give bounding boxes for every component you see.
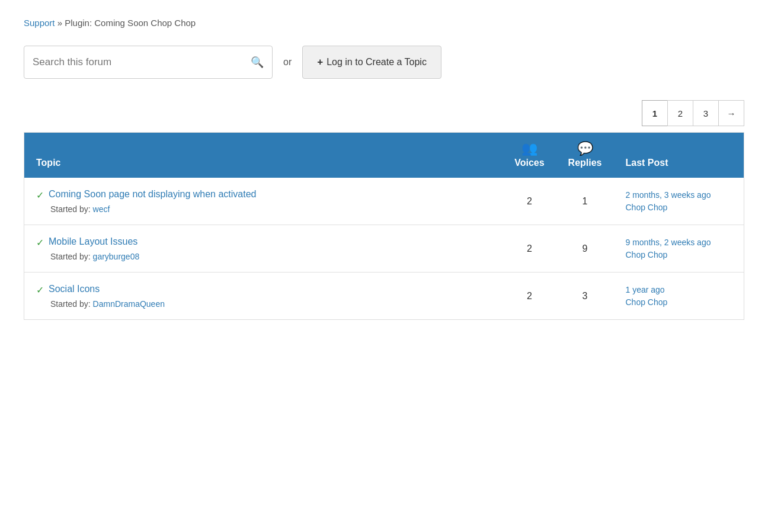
replies-label: Replies: [568, 158, 602, 168]
lastpost-time-1: 9 months, 2 weeks ago: [626, 238, 732, 247]
breadcrumb-current: Plugin: Coming Soon Chop Chop: [65, 18, 196, 28]
search-area: 🔍 or + Log in to Create a Topic: [24, 46, 744, 79]
topic-link-2[interactable]: Social Icons: [49, 283, 100, 296]
resolved-icon-2: ✓: [36, 284, 44, 296]
replies-cell-1: 9: [556, 225, 614, 273]
resolved-icon-0: ✓: [36, 190, 44, 201]
lastpost-cell-0: 2 months, 3 weeks ago Chop Chop: [614, 178, 744, 225]
resolved-icon-1: ✓: [36, 237, 44, 248]
table-row: ✓ Social Icons Started by: DamnDramaQuee…: [24, 273, 744, 320]
topic-link-0[interactable]: Coming Soon page not displaying when act…: [49, 188, 256, 201]
pagination-wrapper: 1 2 3 →: [24, 100, 744, 126]
replies-icon: 💬: [577, 142, 593, 155]
breadcrumb-support-link[interactable]: Support: [24, 18, 55, 28]
page-btn-2[interactable]: 2: [667, 100, 693, 126]
voices-cell-0: 2: [503, 178, 556, 225]
plus-icon: +: [317, 56, 323, 68]
lastpost-author-link-2[interactable]: Chop Chop: [626, 297, 668, 307]
page-btn-next[interactable]: →: [718, 100, 744, 126]
author-link-1[interactable]: garyburge08: [93, 252, 140, 261]
table-header-row: Topic 👥 Voices 💬 Replies Last Post: [24, 133, 744, 178]
col-header-voices: 👥 Voices: [503, 133, 556, 178]
lastpost-cell-1: 9 months, 2 weeks ago Chop Chop: [614, 225, 744, 273]
page-btn-1[interactable]: 1: [642, 100, 668, 126]
col-header-lastpost: Last Post: [614, 133, 744, 178]
col-header-replies: 💬 Replies: [556, 133, 614, 178]
lastpost-author-link-0[interactable]: Chop Chop: [626, 203, 668, 212]
voices-icon: 👥: [521, 142, 537, 155]
voices-label: Voices: [514, 158, 544, 168]
topic-cell-2: ✓ Social Icons Started by: DamnDramaQuee…: [24, 273, 503, 320]
started-by-0: Started by: wecf: [36, 204, 491, 214]
topic-link-1[interactable]: Mobile Layout Issues: [49, 236, 137, 248]
topic-cell-0: ✓ Coming Soon page not displaying when a…: [24, 178, 503, 225]
or-label: or: [283, 57, 292, 68]
author-link-2[interactable]: DamnDramaQueen: [93, 299, 165, 309]
search-input[interactable]: [33, 56, 251, 68]
author-link-0[interactable]: wecf: [93, 204, 110, 214]
started-by-2: Started by: DamnDramaQueen: [36, 299, 491, 309]
search-icon[interactable]: 🔍: [251, 56, 264, 69]
pagination: 1 2 3 →: [642, 100, 744, 126]
breadcrumb: Support » Plugin: Coming Soon Chop Chop: [24, 18, 744, 28]
lastpost-time-0: 2 months, 3 weeks ago: [626, 190, 732, 200]
started-by-1: Started by: garyburge08: [36, 252, 491, 261]
voices-cell-2: 2: [503, 273, 556, 320]
topic-cell-1: ✓ Mobile Layout Issues Started by: garyb…: [24, 225, 503, 273]
forum-table: Topic 👥 Voices 💬 Replies Last Post: [24, 132, 744, 320]
replies-cell-2: 3: [556, 273, 614, 320]
lastpost-cell-2: 1 year ago Chop Chop: [614, 273, 744, 320]
table-row: ✓ Coming Soon page not displaying when a…: [24, 178, 744, 225]
voices-cell-1: 2: [503, 225, 556, 273]
create-topic-label: Log in to Create a Topic: [327, 57, 427, 68]
lastpost-author-link-1[interactable]: Chop Chop: [626, 250, 668, 259]
replies-cell-0: 1: [556, 178, 614, 225]
lastpost-time-2: 1 year ago: [626, 285, 732, 294]
page-btn-3[interactable]: 3: [693, 100, 719, 126]
table-row: ✓ Mobile Layout Issues Started by: garyb…: [24, 225, 744, 273]
col-header-topic: Topic: [24, 133, 503, 178]
breadcrumb-separator: »: [57, 18, 62, 28]
create-topic-button[interactable]: + Log in to Create a Topic: [302, 46, 441, 79]
search-box: 🔍: [24, 46, 273, 79]
